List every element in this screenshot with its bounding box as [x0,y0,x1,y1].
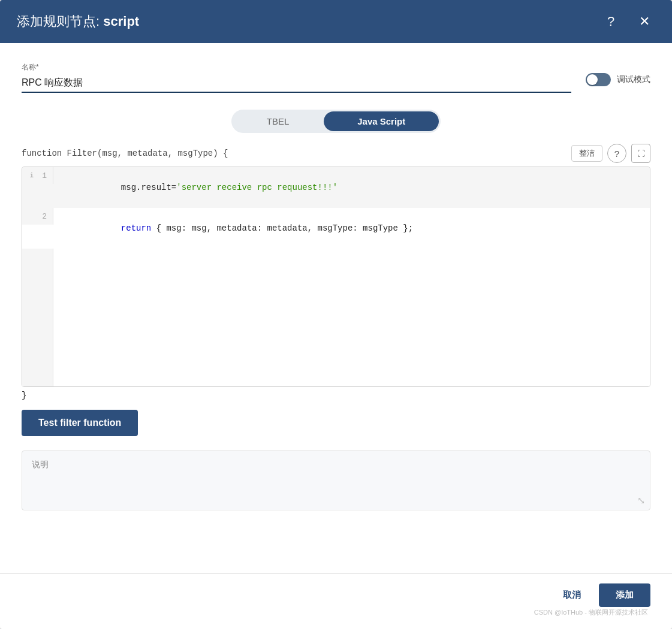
code-token: 'server receive rpc requuest!!!' [176,183,337,192]
name-input[interactable] [22,75,571,93]
question-icon: ? [614,149,619,159]
footer-right: 取消 添加 CSDN @IoTHub - 物联网开源技术社区 [534,583,650,617]
code-line-1: i 1 msg.result='server receive rpc requu… [22,167,650,208]
editor-help-button[interactable]: ? [607,144,626,163]
name-field-wrap: 名称* [22,62,571,93]
closing-brace: } [22,391,650,400]
dialog-body: 名称* 调试模式 TBEL Java Script function Filte… [0,43,672,573]
tab-row: TBEL Java Script [22,110,650,133]
code-filler-body [53,249,650,386]
name-label: 名称* [22,62,571,72]
clean-button[interactable]: 整洁 [571,145,602,162]
dialog-footer: 取消 添加 CSDN @IoTHub - 物联网开源技术社区 [0,573,672,629]
line-gutter-1: i 1 [22,167,53,184]
debug-toggle[interactable] [586,73,611,86]
test-filter-button[interactable]: Test filter function [22,410,138,436]
description-label: 说明 [32,459,640,470]
line-num-1: 1 [37,171,47,180]
description-section[interactable]: 说明 ⤡ [22,450,650,510]
debug-mode-wrap: 调试模式 [586,73,650,86]
fullscreen-button[interactable]: ⛶ [631,144,650,163]
name-row: 名称* 调试模式 [22,62,650,93]
code-editor[interactable]: i 1 msg.result='server receive rpc requu… [22,167,650,387]
test-filter-btn-wrap: Test filter function [22,410,650,450]
function-tools: 整洁 ? ⛶ [571,144,650,163]
line-num-2: 2 [37,212,47,221]
add-button[interactable]: 添加 [599,583,650,607]
code-filler [22,249,650,386]
line-gutter-2: 2 [22,208,53,225]
watermark: CSDN @IoTHub - 物联网开源技术社区 [534,608,650,617]
fullscreen-icon: ⛶ [637,149,645,158]
code-filler-gutter [22,249,53,386]
code-lines: i 1 msg.result='server receive rpc requu… [22,167,650,386]
resize-handle-icon: ⤡ [637,495,645,506]
tab-javascript[interactable]: Java Script [324,111,439,131]
line-icon-1: i [29,172,34,179]
help-button[interactable]: ? [600,11,622,32]
header-actions: ? ✕ [600,11,655,32]
code-token: msg.result= [121,183,176,192]
toggle-knob [587,74,598,85]
cancel-button[interactable]: 取消 [552,585,592,606]
dialog: 添加规则节点: script ? ✕ 名称* 调试模式 TBEL [0,0,672,629]
code-content-1: msg.result='server receive rpc requuest!… [53,167,650,208]
tab-tbel[interactable]: TBEL [233,111,323,131]
code-token: { msg: msg, metadata: metadata, msgType:… [151,223,413,233]
close-button[interactable]: ✕ [634,11,655,32]
code-content-2: return { msg: msg, metadata: metadata, m… [53,208,650,249]
footer-buttons: 取消 添加 [552,583,650,607]
code-line-2: 2 return { msg: msg, metadata: metadata,… [22,208,650,249]
tab-group: TBEL Java Script [231,110,441,133]
debug-label: 调试模式 [617,74,650,85]
function-header: function Filter(msg, metadata, msgType) … [22,144,650,163]
dialog-title: 添加规则节点: script [17,13,139,31]
code-token: return [121,223,151,233]
dialog-header: 添加规则节点: script ? ✕ [0,0,672,43]
function-signature: function Filter(msg, metadata, msgType) … [22,149,228,158]
